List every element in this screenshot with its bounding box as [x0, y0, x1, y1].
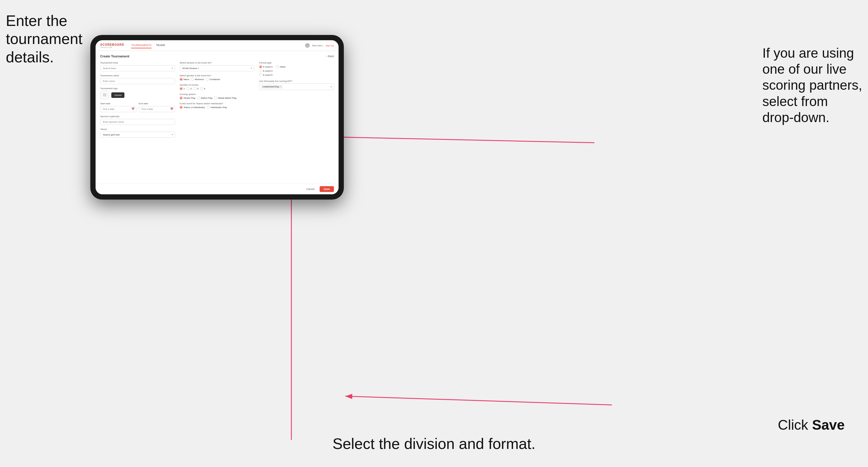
- form-col-left: Tournament Host ▾ Tournament name Tourna…: [100, 61, 175, 141]
- name-group: Tournament name: [100, 74, 175, 84]
- format-other-radio[interactable]: [276, 65, 279, 68]
- scoring-stroke[interactable]: Stroke Play: [180, 96, 195, 99]
- gender-mens-radio[interactable]: [180, 78, 183, 81]
- division-select-wrap: NCAA Division I ▾: [180, 65, 255, 71]
- division-group: Which division is the event for? NCAA Di…: [180, 61, 255, 71]
- page-title: Create Tournament: [100, 55, 129, 58]
- rounds-1[interactable]: 1: [180, 87, 185, 90]
- gender-combined[interactable]: Combined: [206, 78, 220, 81]
- nav-teams[interactable]: TEAMS: [156, 42, 165, 49]
- gender-mens[interactable]: Mens: [180, 78, 189, 81]
- rounds-2[interactable]: 2: [186, 87, 191, 90]
- image-icon: 🖼: [103, 93, 106, 97]
- format-6count5-radio[interactable]: [259, 73, 262, 76]
- form-col-right: Format type 5 count 4 Other: [259, 61, 334, 141]
- format-other[interactable]: Other: [276, 65, 285, 68]
- api-group: Use third-party live scoring API? Leader…: [259, 80, 334, 90]
- top-right-annotation: If you are using one of our live scoring…: [762, 45, 862, 126]
- teams-individuals[interactable]: Individuals Only: [207, 106, 227, 109]
- scoring-stroke-radio[interactable]: [180, 96, 183, 99]
- form-col-middle: Which division is the event for? NCAA Di…: [180, 61, 255, 141]
- scoring-match[interactable]: Match Play: [197, 96, 213, 99]
- arrow-api-dropdown: [332, 137, 594, 143]
- format-row-1: 5 count 4 Other: [259, 65, 334, 68]
- host-input[interactable]: [100, 65, 175, 71]
- nav-right: Test User | Sign out: [305, 43, 334, 48]
- rounds-radio-group: 1 2 3 4: [180, 87, 255, 90]
- name-input[interactable]: [100, 78, 175, 84]
- host-label: Tournament Host: [100, 61, 175, 64]
- scoring-match-radio[interactable]: [197, 96, 200, 99]
- end-date-wrap: 📅: [139, 106, 175, 112]
- gender-radio-group: Mens Womens Combined: [180, 78, 255, 81]
- gender-womens-radio[interactable]: [191, 78, 194, 81]
- rounds-2-radio[interactable]: [186, 87, 189, 90]
- start-date-label: Start date: [100, 102, 136, 105]
- upload-button[interactable]: Upload: [111, 92, 124, 98]
- format-6count4-radio[interactable]: [259, 69, 262, 72]
- teams-teams[interactable]: Teams (+Individuals): [180, 106, 205, 109]
- rounds-3-radio[interactable]: [193, 87, 196, 90]
- bottom-center-annotation: Select the division and format.: [0, 435, 868, 453]
- format-label: Format type: [259, 61, 334, 64]
- venue-select[interactable]: Search golf club: [100, 132, 175, 138]
- tag-remove-icon[interactable]: ×: [280, 85, 281, 88]
- signout-link[interactable]: Sign out: [326, 44, 334, 47]
- logo-subtitle: Powered by Clippi: [100, 46, 124, 48]
- nav-bar: SCOREBOARD Powered by Clippi TOURNAMENTS…: [96, 40, 339, 51]
- sponsor-label: Sponsor (optional): [100, 115, 175, 118]
- rounds-group: Number of rounds 1 2: [180, 84, 255, 90]
- form-footer: Cancel Save: [96, 184, 339, 194]
- teams-individuals-radio[interactable]: [207, 106, 210, 109]
- rounds-4-radio[interactable]: [200, 87, 203, 90]
- gender-label: Which gender is the event for?: [180, 74, 255, 77]
- venue-input-wrap: Search golf club ▾: [100, 131, 175, 138]
- end-date-group: End date 📅: [139, 102, 175, 112]
- scoring-medal-radio[interactable]: [214, 96, 217, 99]
- bottom-right-annotation: Click Save: [778, 416, 845, 434]
- scoring-medal-match[interactable]: Medal Match Play: [214, 96, 237, 99]
- nav-tournaments[interactable]: TOURNAMENTS: [131, 42, 151, 49]
- page-header: Create Tournament ‹ Back: [100, 55, 334, 58]
- tablet-frame: SCOREBOARD Powered by Clippi TOURNAMENTS…: [90, 35, 344, 199]
- rounds-label: Number of rounds: [180, 84, 255, 86]
- rounds-1-radio[interactable]: [180, 87, 183, 90]
- format-6count5[interactable]: 6 count 5: [259, 73, 334, 76]
- end-date-input[interactable]: [139, 106, 175, 112]
- logo-upload-area: 🖼 Upload: [100, 91, 175, 99]
- name-label: Tournament name: [100, 74, 175, 77]
- teams-group: Is this event for Teams and/or Individua…: [180, 102, 255, 109]
- start-date-input[interactable]: [100, 106, 136, 112]
- teams-teams-radio[interactable]: [180, 106, 183, 109]
- venue-chevron-icon: ▾: [172, 133, 173, 136]
- venue-group: Venue Search golf club ▾: [100, 128, 175, 138]
- rounds-4[interactable]: 4: [200, 87, 205, 90]
- api-tag-input[interactable]: Leaderboard King × ▾: [259, 83, 334, 90]
- user-label: Test User |: [312, 44, 323, 47]
- format-6count4[interactable]: 6 count 4: [259, 69, 334, 72]
- division-select[interactable]: NCAA Division I: [180, 65, 255, 71]
- gender-group: Which gender is the event for? Mens Wome…: [180, 74, 255, 81]
- format-5count4[interactable]: 5 count 4: [259, 65, 273, 68]
- gender-combined-radio[interactable]: [206, 78, 209, 81]
- format-5count4-radio[interactable]: [259, 65, 262, 68]
- gender-womens[interactable]: Womens: [191, 78, 204, 81]
- form-body: Tournament Host ▾ Tournament name Tourna…: [100, 61, 334, 141]
- dates-group: Start date 📅 End date 📅: [100, 102, 175, 112]
- end-date-label: End date: [139, 102, 175, 105]
- sponsor-group: Sponsor (optional): [100, 115, 175, 125]
- rounds-3[interactable]: 3: [193, 87, 198, 90]
- back-link[interactable]: ‹ Back: [326, 55, 334, 58]
- save-button[interactable]: Save: [320, 186, 334, 192]
- scoring-label: Scoring system: [180, 93, 255, 96]
- calendar-icon-end: 📅: [170, 107, 174, 111]
- format-group: Format type 5 count 4 Other: [259, 61, 334, 76]
- main-content: Create Tournament ‹ Back Tournament Host…: [96, 51, 339, 184]
- cancel-button[interactable]: Cancel: [303, 186, 317, 192]
- host-input-wrap: ▾: [100, 65, 175, 71]
- sponsor-input[interactable]: [100, 119, 175, 125]
- tag-chevron-icon: ▾: [331, 85, 332, 88]
- calendar-icon-start: 📅: [131, 107, 135, 111]
- api-tag: Leaderboard King ×: [261, 85, 282, 89]
- logo-area: SCOREBOARD Powered by Clippi: [100, 43, 124, 48]
